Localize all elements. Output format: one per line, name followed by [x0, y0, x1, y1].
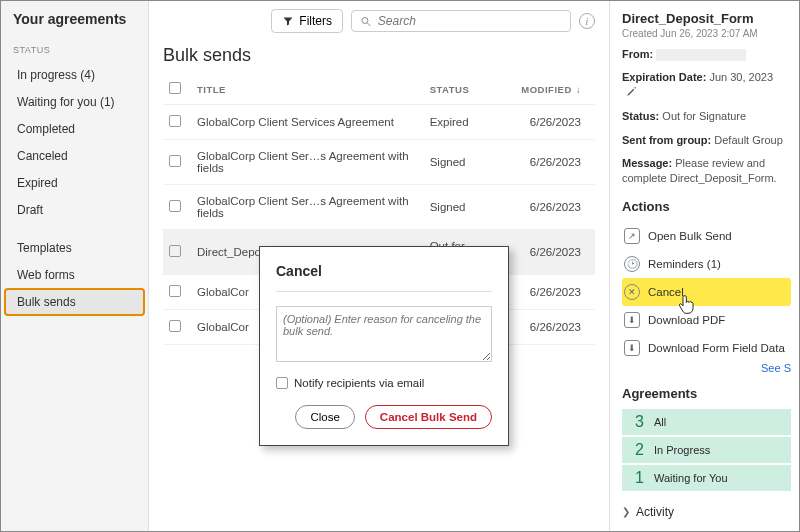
- row-title: GlobalCorp Client Ser…s Agreement with f…: [191, 185, 424, 230]
- row-modified: 6/26/2023: [515, 185, 595, 230]
- row-modified: 6/26/2023: [515, 105, 595, 140]
- action-download-pdf[interactable]: ⬇ Download PDF: [622, 306, 791, 334]
- col-modified[interactable]: MODIFIED↓: [515, 74, 595, 105]
- info-icon[interactable]: i: [579, 13, 595, 29]
- sidebar-item-completed[interactable]: Completed: [5, 116, 144, 142]
- chevron-right-icon: ❯: [622, 506, 630, 517]
- agreements-stat-inprogress[interactable]: 2 In Progress: [622, 437, 791, 463]
- toolbar: Filters i: [163, 9, 595, 33]
- status-section-label: STATUS: [1, 39, 148, 61]
- sidebar-item-bulksends[interactable]: Bulk sends: [5, 289, 144, 315]
- clock-icon: 🕑: [624, 256, 640, 272]
- row-title: GlobalCorp Client Ser…s Agreement with f…: [191, 140, 424, 185]
- row-checkbox[interactable]: [169, 285, 181, 297]
- activity-label: Activity: [636, 505, 674, 519]
- agreements-heading: Agreements: [622, 386, 791, 401]
- modal-confirm-button[interactable]: Cancel Bulk Send: [365, 405, 492, 429]
- sidebar: Your agreements STATUS In progress (4) W…: [1, 1, 149, 531]
- row-modified: 6/26/2023: [515, 275, 595, 310]
- stat-label: In Progress: [654, 444, 710, 456]
- group-label: Sent from group:: [622, 134, 711, 146]
- agreements-stat-all[interactable]: 3 All: [622, 409, 791, 435]
- col-status[interactable]: STATUS: [424, 74, 516, 105]
- see-more-link[interactable]: See S: [761, 362, 791, 374]
- row-checkbox[interactable]: [169, 115, 181, 127]
- from-label: From:: [622, 48, 653, 60]
- stat-count: 2: [630, 441, 644, 459]
- page-title: Bulk sends: [163, 45, 595, 66]
- sidebar-title: Your agreements: [1, 11, 148, 39]
- message-label: Message:: [622, 157, 672, 169]
- stat-label: Waiting for You: [654, 472, 728, 484]
- details-panel: Direct_Deposit_Form Created Jun 26, 2023…: [609, 1, 799, 531]
- activity-toggle[interactable]: ❯ Activity: [622, 501, 791, 523]
- svg-point-0: [362, 17, 368, 23]
- stat-label: All: [654, 416, 666, 428]
- actions-heading: Actions: [622, 199, 791, 214]
- sidebar-item-in-progress[interactable]: In progress (4): [5, 62, 144, 88]
- table-row[interactable]: GlobalCorp Client Services Agreement Exp…: [163, 105, 595, 140]
- col-title[interactable]: TITLE: [191, 74, 424, 105]
- cancel-modal: Cancel Notify recipients via email Close…: [259, 246, 509, 446]
- agreements-stat-waiting[interactable]: 1 Waiting for You: [622, 465, 791, 491]
- search-icon: [360, 15, 372, 28]
- cancel-reason-input[interactable]: [276, 306, 492, 362]
- row-modified: 6/26/2023: [515, 310, 595, 345]
- details-created: Created Jun 26, 2023 2:07 AM: [622, 28, 791, 39]
- cancel-icon: ✕: [624, 284, 640, 300]
- table-row[interactable]: GlobalCorp Client Ser…s Agreement with f…: [163, 140, 595, 185]
- row-status: Signed: [424, 185, 516, 230]
- row-checkbox[interactable]: [169, 200, 181, 212]
- stat-count: 3: [630, 413, 644, 431]
- from-value: [656, 49, 746, 61]
- modal-title: Cancel: [276, 263, 492, 279]
- status-label: Status:: [622, 110, 659, 122]
- row-checkbox[interactable]: [169, 155, 181, 167]
- select-all-checkbox[interactable]: [169, 82, 181, 94]
- expiration-label: Expiration Date:: [622, 71, 706, 83]
- sort-desc-icon: ↓: [576, 84, 581, 95]
- group-value: Default Group: [714, 134, 782, 146]
- edit-expiration-button[interactable]: [626, 86, 637, 97]
- notify-label: Notify recipients via email: [294, 377, 424, 389]
- expiration-value: Jun 30, 2023: [709, 71, 773, 83]
- download-data-icon: ⬇: [624, 340, 640, 356]
- row-checkbox[interactable]: [169, 320, 181, 332]
- action-label: Cancel: [648, 286, 684, 298]
- filters-label: Filters: [299, 14, 332, 28]
- table-row[interactable]: GlobalCorp Client Ser…s Agreement with f…: [163, 185, 595, 230]
- action-reminders[interactable]: 🕑 Reminders (1): [622, 250, 791, 278]
- row-status: Expired: [424, 105, 516, 140]
- action-open-bulksend[interactable]: ↗ Open Bulk Send: [622, 222, 791, 250]
- notify-checkbox[interactable]: [276, 377, 288, 389]
- action-download-data[interactable]: ⬇ Download Form Field Data: [622, 334, 791, 362]
- sidebar-item-templates[interactable]: Templates: [5, 235, 144, 261]
- row-title: GlobalCorp Client Services Agreement: [191, 105, 424, 140]
- svg-line-1: [367, 22, 370, 25]
- action-label: Reminders (1): [648, 258, 721, 270]
- row-status: Signed: [424, 140, 516, 185]
- divider: [276, 291, 492, 292]
- row-modified: 6/26/2023: [515, 230, 595, 275]
- action-cancel[interactable]: ✕ Cancel: [622, 278, 791, 306]
- sidebar-item-expired[interactable]: Expired: [5, 170, 144, 196]
- sidebar-item-canceled[interactable]: Canceled: [5, 143, 144, 169]
- modal-close-button[interactable]: Close: [295, 405, 354, 429]
- sidebar-item-waiting[interactable]: Waiting for you (1): [5, 89, 144, 115]
- status-value: Out for Signature: [662, 110, 746, 122]
- details-title: Direct_Deposit_Form: [622, 11, 791, 26]
- row-checkbox[interactable]: [169, 245, 181, 257]
- search-wrap[interactable]: [351, 10, 571, 32]
- sidebar-item-draft[interactable]: Draft: [5, 197, 144, 223]
- action-label: Open Bulk Send: [648, 230, 732, 242]
- stat-count: 1: [630, 469, 644, 487]
- row-modified: 6/26/2023: [515, 140, 595, 185]
- search-input[interactable]: [378, 14, 562, 28]
- sidebar-item-webforms[interactable]: Web forms: [5, 262, 144, 288]
- action-label: Download Form Field Data: [648, 342, 785, 354]
- filters-button[interactable]: Filters: [271, 9, 343, 33]
- filter-icon: [282, 15, 294, 27]
- download-pdf-icon: ⬇: [624, 312, 640, 328]
- open-icon: ↗: [624, 228, 640, 244]
- pencil-icon: [626, 86, 637, 97]
